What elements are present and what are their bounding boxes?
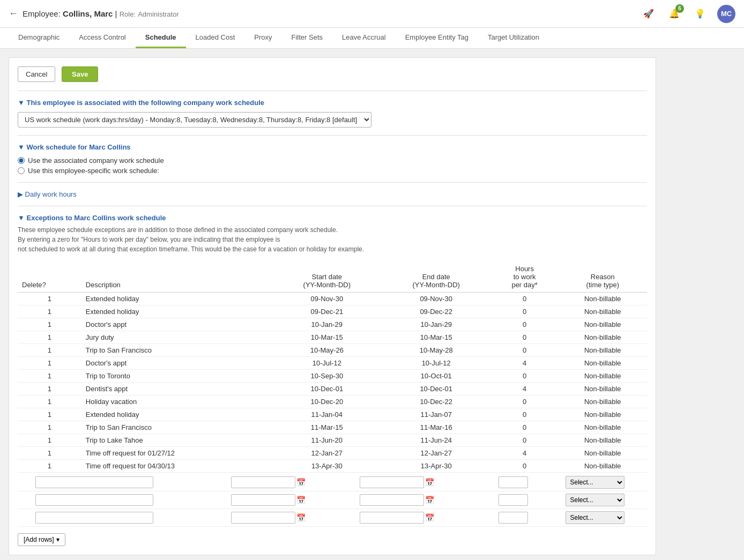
table-header-row: Delete? Description Start date(YY-Month-… xyxy=(18,262,647,293)
role-name: Administrator xyxy=(138,10,179,18)
notification-badge: 6 xyxy=(675,4,684,13)
input-reason-0[interactable]: Select...Non-billableBillableVacationSic… xyxy=(566,476,624,489)
col-hours: Hoursto workper day* xyxy=(491,262,559,293)
cell-delete: 1 xyxy=(18,447,81,460)
cell-reason: Non-billable xyxy=(559,383,647,395)
table-row: 1 Trip to Lake Tahoe 11-Jun-20 11-Jun-24… xyxy=(18,434,647,447)
radio-specific-group: Use this employee-specific work schedule… xyxy=(18,167,647,175)
cell-delete: 1 xyxy=(18,318,81,331)
input-desc-1[interactable] xyxy=(35,494,153,506)
cell-description: Time off request for 01/27/12 xyxy=(81,447,272,460)
input-hours-2[interactable] xyxy=(499,512,528,524)
form-card: Cancel Save ▼ This employee is associate… xyxy=(9,57,656,555)
cell-description: Extended holiday xyxy=(81,293,272,305)
input-hours-1[interactable] xyxy=(499,494,528,506)
col-start-date: Start date(YY-Month-DD) xyxy=(272,262,382,293)
cell-hours: 0 xyxy=(491,460,559,473)
table-row: 1 Extended holiday 09-Dec-21 09-Dec-22 0… xyxy=(18,305,647,318)
input-start-1[interactable] xyxy=(231,494,295,506)
input-delete-cell xyxy=(18,474,31,491)
input-end-cell: 📅 xyxy=(355,474,484,491)
cell-start: 09-Nov-30 xyxy=(272,293,382,305)
calendar-icon-end-0[interactable]: 📅 xyxy=(425,478,434,487)
help-icon-button[interactable]: 💡 xyxy=(691,5,709,23)
input-hours-0[interactable] xyxy=(499,476,528,488)
input-start-cell: 📅 xyxy=(227,509,355,527)
cell-end: 11-Jan-07 xyxy=(382,408,491,421)
input-desc-cell xyxy=(31,491,227,509)
add-rows-button[interactable]: [Add rows] ▾ xyxy=(18,533,65,546)
input-reason-cell: Select...Non-billableBillableVacationSic… xyxy=(542,491,647,509)
table-row: 1 Doctor's appt 10-Jul-12 10-Jul-12 4 No… xyxy=(18,357,647,370)
calendar-icon-end-1[interactable]: 📅 xyxy=(425,496,434,504)
input-row: 📅 📅 Select...Non-billableBillableVacatio… xyxy=(18,509,647,527)
cell-hours: 0 xyxy=(491,305,559,318)
add-rows-dropdown-icon: ▾ xyxy=(56,536,59,543)
tab-proxy[interactable]: Proxy xyxy=(244,28,281,48)
cell-hours: 0 xyxy=(491,395,559,408)
input-reason-2[interactable]: Select...Non-billableBillableVacationSic… xyxy=(566,511,624,524)
cell-hours: 0 xyxy=(491,434,559,447)
tab-access-control[interactable]: Access Control xyxy=(69,28,135,48)
save-button[interactable]: Save xyxy=(62,66,98,82)
input-delete-cell xyxy=(18,509,31,527)
radio-specific[interactable] xyxy=(18,167,25,174)
radio-associated[interactable] xyxy=(18,157,25,164)
cell-end: 10-Jan-29 xyxy=(382,318,491,331)
tab-employee-entity-tag[interactable]: Employee Entity Tag xyxy=(396,28,478,48)
input-start-2[interactable] xyxy=(231,512,295,524)
radio-associated-label: Use the associated company work schedule xyxy=(28,156,164,165)
radio-associated-group: Use the associated company work schedule xyxy=(18,156,647,165)
cell-description: Holiday vacation xyxy=(81,395,272,408)
input-desc-2[interactable] xyxy=(35,512,153,524)
rocket-icon-button[interactable]: 🚀 xyxy=(640,5,657,23)
back-button[interactable]: ← xyxy=(9,8,18,19)
input-desc-cell xyxy=(31,509,227,527)
cell-end: 12-Jan-27 xyxy=(382,447,491,460)
employee-label: Employee: xyxy=(23,9,61,18)
input-end-0[interactable] xyxy=(360,476,424,488)
calendar-icon-start-2[interactable]: 📅 xyxy=(296,513,306,522)
cell-reason: Non-billable xyxy=(559,331,647,344)
input-start-0[interactable] xyxy=(231,476,295,488)
tab-loaded-cost[interactable]: Loaded Cost xyxy=(186,28,245,48)
table-row: 1 Trip to San Francisco 11-Mar-15 11-Mar… xyxy=(18,421,647,434)
notification-button[interactable]: 🔔 6 xyxy=(666,5,683,23)
cell-start: 11-Jan-04 xyxy=(272,408,382,421)
tab-filter-sets[interactable]: Filter Sets xyxy=(282,28,333,48)
calendar-icon-start-1[interactable]: 📅 xyxy=(296,496,306,504)
cell-description: Trip to San Francisco xyxy=(81,344,272,357)
input-desc-0[interactable] xyxy=(35,476,153,488)
table-row: 1 Trip to San Francisco 10-May-26 10-May… xyxy=(18,344,647,357)
cell-start: 10-Jan-29 xyxy=(272,318,382,331)
calendar-icon-end-2[interactable]: 📅 xyxy=(425,513,434,522)
cell-reason: Non-billable xyxy=(559,357,647,370)
tab-schedule[interactable]: Schedule xyxy=(136,28,186,48)
company-schedule-select[interactable]: US work schedule (work days:hrs/day) - M… xyxy=(18,112,371,128)
table-row: 1 Jury duty 10-Mar-15 10-Mar-15 0 Non-bi… xyxy=(18,331,647,344)
cell-start: 12-Jan-27 xyxy=(272,447,382,460)
table-row: 1 Time off request for 04/30/13 13-Apr-3… xyxy=(18,460,647,473)
cell-start: 11-Mar-15 xyxy=(272,421,382,434)
input-reason-1[interactable]: Select...Non-billableBillableVacationSic… xyxy=(566,494,624,506)
cancel-button[interactable]: Cancel xyxy=(18,66,55,82)
input-start-cell: 📅 xyxy=(227,474,355,491)
calendar-icon-start-0[interactable]: 📅 xyxy=(296,478,306,487)
tab-demographic[interactable]: Demographic xyxy=(9,28,69,48)
cell-reason: Non-billable xyxy=(559,421,647,434)
cell-reason: Non-billable xyxy=(559,305,647,318)
cell-hours: 4 xyxy=(491,447,559,460)
table-row: 1 Extended holiday 11-Jan-04 11-Jan-07 0… xyxy=(18,408,647,421)
nav-tabs: Demographic Access Control Schedule Load… xyxy=(0,28,744,49)
input-hours-cell xyxy=(483,509,542,527)
input-end-cell: 📅 xyxy=(355,491,484,509)
cell-hours: 0 xyxy=(491,331,559,344)
tab-target-utilization[interactable]: Target Utilization xyxy=(478,28,549,48)
daily-hours-section[interactable]: ▶ Daily work hours xyxy=(18,190,647,198)
tab-leave-accrual[interactable]: Leave Accrual xyxy=(332,28,396,48)
input-end-2[interactable] xyxy=(360,512,424,524)
input-desc-cell xyxy=(31,474,227,491)
input-start-cell: 📅 xyxy=(227,491,355,509)
cell-start: 11-Jun-20 xyxy=(272,434,382,447)
input-end-1[interactable] xyxy=(360,494,424,506)
